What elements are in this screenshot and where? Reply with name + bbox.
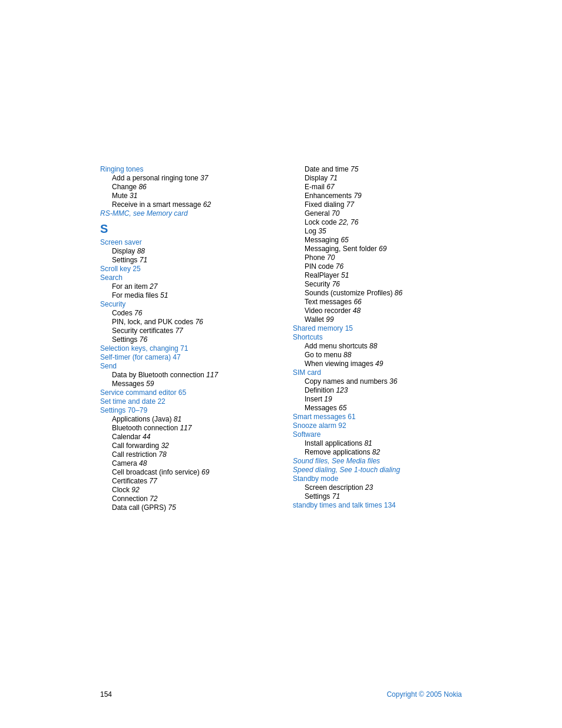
index-page-num: 81 xyxy=(364,439,372,447)
index-item: Settings 71 xyxy=(293,492,462,500)
index-link[interactable]: Selection keys, changing 71 xyxy=(100,344,269,353)
index-page-num: 76 xyxy=(332,280,340,288)
index-page-num: 71 xyxy=(140,256,147,264)
index-page-num: 123 xyxy=(336,386,348,394)
index-page-num: 71 xyxy=(330,174,338,182)
index-item: Log 35 xyxy=(293,227,462,235)
index-link[interactable]: Software xyxy=(293,430,462,439)
index-page-num: 86 xyxy=(138,183,146,191)
index-link[interactable]: Settings 70–79 xyxy=(100,406,269,414)
index-item: Fixed dialing 77 xyxy=(293,200,462,209)
index-item: Security certificates 77 xyxy=(100,327,269,335)
index-page-num: 70 xyxy=(327,253,335,262)
index-page-num: 79 xyxy=(353,192,361,200)
index-item: Enhancements 79 xyxy=(293,192,462,200)
index-item: Security 76 xyxy=(293,280,462,288)
index-page-num: 78 xyxy=(158,450,166,459)
index-page-num: 48 xyxy=(353,307,361,315)
index-item: Connection 72 xyxy=(100,495,269,503)
index-link[interactable]: Screen saver xyxy=(100,238,269,246)
page-footer: 154 Copyright © 2005 Nokia xyxy=(0,690,562,699)
index-link[interactable]: Shortcuts xyxy=(293,333,462,341)
index-page-num: 76 xyxy=(195,318,203,326)
index-page-num: 88 xyxy=(343,351,351,359)
index-link[interactable]: Send xyxy=(100,362,269,370)
index-page-num: 72 xyxy=(150,495,157,503)
index-item: Messages 65 xyxy=(293,404,462,412)
index-page-num: 36 xyxy=(389,377,397,386)
index-item: Mute 31 xyxy=(100,192,269,200)
index-page-num: 77 xyxy=(149,477,157,485)
index-link[interactable]: Set time and date 22 xyxy=(100,397,269,406)
index-link[interactable]: Search xyxy=(100,274,269,282)
index-link[interactable]: Sound files, See Media files xyxy=(293,457,462,465)
index-link[interactable]: RS-MMC, see Memory card xyxy=(100,209,269,218)
index-item: Cell broadcast (info service) 69 xyxy=(100,468,269,476)
index-link[interactable]: Security xyxy=(100,300,269,308)
index-item: Messaging 65 xyxy=(293,236,462,244)
index-page-num: 48 xyxy=(139,459,147,467)
index-item: For an item 27 xyxy=(100,282,269,291)
index-link[interactable]: Service command editor 65 xyxy=(100,388,269,397)
index-item: Add menu shortcuts 88 xyxy=(293,342,462,350)
index-page-num: 62 xyxy=(203,200,211,209)
index-item: E-mail 67 xyxy=(293,183,462,191)
index-item: Messaging, Sent folder 69 xyxy=(293,245,462,253)
index-link[interactable]: Scroll key 25 xyxy=(100,265,269,273)
index-page-num: 27 xyxy=(150,282,157,291)
index-page-num: 32 xyxy=(161,442,168,450)
index-link[interactable]: SIM card xyxy=(293,368,462,377)
index-item: Insert 19 xyxy=(293,395,462,403)
index-item: Text messages 66 xyxy=(293,298,462,306)
index-page-num: 70 xyxy=(332,209,339,218)
index-link[interactable]: Smart messages 61 xyxy=(293,413,462,421)
index-page-num: 44 xyxy=(143,433,150,441)
index-item: Call restriction 78 xyxy=(100,450,269,459)
index-page-num: 19 xyxy=(324,395,332,403)
index-page-num: 76 xyxy=(134,309,142,317)
index-item: Data call (GPRS) 75 xyxy=(100,503,269,512)
index-item: Clock 92 xyxy=(100,486,269,494)
right-column: Date and time 75Display 71E-mail 67Enhan… xyxy=(293,165,462,512)
index-item: Sounds (customize Profiles) 86 xyxy=(293,289,462,297)
index-item: Lock code 22, 76 xyxy=(293,218,462,226)
index-page-num: 23 xyxy=(365,483,373,492)
index-item: Copy names and numbers 36 xyxy=(293,377,462,386)
index-item: General 70 xyxy=(293,209,462,218)
index-link[interactable]: Self-timer (for camera) 47 xyxy=(100,353,269,361)
index-item: PIN code 76 xyxy=(293,262,462,271)
index-page-num: 88 xyxy=(137,247,145,255)
index-page-num: 35 xyxy=(318,227,326,235)
index-page-num: 69 xyxy=(201,468,209,476)
index-page-num: 77 xyxy=(346,200,354,209)
index-page-num: 86 xyxy=(395,289,402,297)
index-page-num: 99 xyxy=(326,315,333,324)
index-item: Codes 76 xyxy=(100,309,269,317)
index-page-num: 117 xyxy=(206,371,218,379)
index-link[interactable]: Speed dialing, See 1-touch dialing xyxy=(293,466,462,474)
index-link[interactable]: standby times and talk times 134 xyxy=(293,501,462,509)
index-link[interactable]: Ringing tones xyxy=(100,165,269,173)
index-item: Install applications 81 xyxy=(293,439,462,447)
index-item: Camera 48 xyxy=(100,459,269,467)
index-page-num: 51 xyxy=(341,271,349,279)
index-link[interactable]: Standby mode xyxy=(293,475,462,483)
index-item: For media files 51 xyxy=(100,291,269,299)
index-page-num: 75 xyxy=(351,165,358,173)
index-item: Calendar 44 xyxy=(100,433,269,441)
index-item: Phone 70 xyxy=(293,253,462,262)
index-page-num: 69 xyxy=(379,245,386,253)
index-link[interactable]: Snooze alarm 92 xyxy=(293,421,462,430)
index-item: Add a personal ringing tone 37 xyxy=(100,174,269,182)
index-page-num: 65 xyxy=(339,404,346,412)
page: Ringing tonesAdd a personal ringing tone… xyxy=(0,0,562,728)
index-item: Screen description 23 xyxy=(293,483,462,492)
index-item: Wallet 99 xyxy=(293,315,462,324)
index-item: Settings 76 xyxy=(100,335,269,344)
index-page-num: 51 xyxy=(160,291,168,299)
index-item: Data by Bluetooth connection 117 xyxy=(100,371,269,379)
index-item: Settings 71 xyxy=(100,256,269,264)
index-link[interactable]: Shared memory 15 xyxy=(293,324,462,332)
index-item: Bluetooth connection 117 xyxy=(100,424,269,432)
index-item: Video recorder 48 xyxy=(293,307,462,315)
